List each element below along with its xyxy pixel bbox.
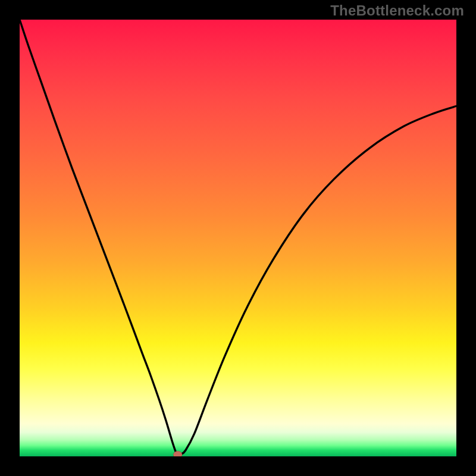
minimum-marker: [173, 451, 182, 456]
chart-frame: TheBottleneck.com: [0, 0, 476, 476]
curve-svg: [20, 20, 456, 456]
bottleneck-curve: [20, 20, 456, 455]
plot-area: [20, 20, 456, 456]
watermark-text: TheBottleneck.com: [330, 2, 464, 19]
